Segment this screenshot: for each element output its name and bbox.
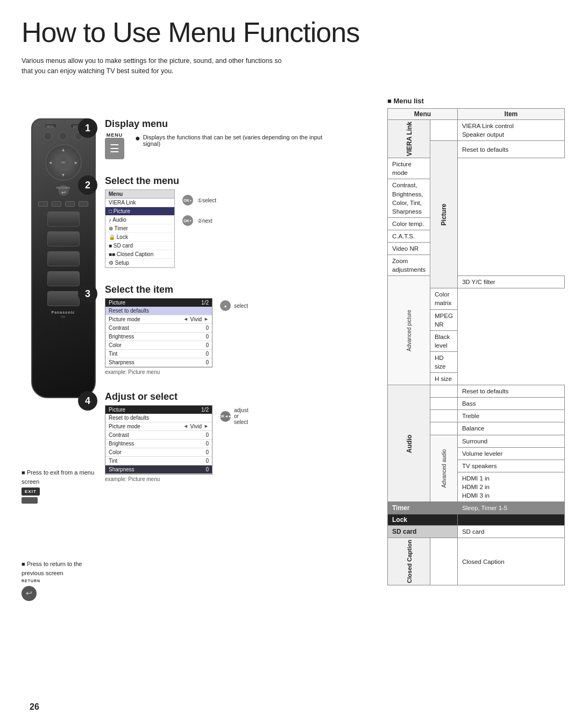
color-btn-red[interactable] xyxy=(38,201,48,207)
step-4-number: 4 xyxy=(78,391,97,411)
picture-header-step4: Picture xyxy=(109,407,125,413)
viera-sub-empty xyxy=(430,120,458,141)
table-row: Closed Caption Closed Caption xyxy=(388,538,565,585)
picture-page-step3: 1/2 xyxy=(201,300,209,306)
menu-col-header: Menu xyxy=(388,109,458,120)
step-3-title: Select the item xyxy=(105,284,331,295)
step-3-number: 3 xyxy=(78,284,97,303)
picture-page-step4: 1/2 xyxy=(201,407,209,413)
lock-category: Lock xyxy=(388,514,458,526)
table-row: Advanced picture 3D Y/C filter xyxy=(388,276,565,288)
timer-item: Sleep, Timer 1-5 xyxy=(457,502,564,514)
adv-audio-item-3: TV speakers xyxy=(457,460,564,472)
return-label: RETURN xyxy=(22,578,105,584)
lock-item xyxy=(457,514,564,526)
picture-item-zoom: Zoom adjustments xyxy=(388,255,430,276)
adv-pic-item-4: Black level xyxy=(430,330,458,351)
press-return-text: Press to return to the previous screen xyxy=(22,561,82,576)
picture-item-mode: Picture mode xyxy=(388,158,430,179)
menu-btn[interactable]: MENU xyxy=(45,124,56,128)
advanced-picture-sub: Advanced picture xyxy=(388,276,430,385)
cc-category: Closed Caption xyxy=(388,538,430,585)
table-row: VIERA Link VIERA Link controlSpeaker out… xyxy=(388,120,565,141)
audio-item-treble: Treble xyxy=(457,410,564,422)
page-number: 26 xyxy=(30,702,39,712)
audio-sub-empty4 xyxy=(430,422,458,435)
audio-item-bass: Bass xyxy=(457,398,564,410)
advanced-audio-sub: Advanced audio xyxy=(430,435,458,502)
return-button[interactable]: RETURN ↩ xyxy=(58,185,69,196)
step-1: 1 Display menu MENU ☰ ● Displays the fun… xyxy=(105,118,331,159)
step4-or-label: or xyxy=(234,413,249,419)
ok-icon-step3: ▲ xyxy=(220,300,231,311)
remote-control: MENU EXIT OK ▲ ▼ ◄ ► RETURN ↩ xyxy=(22,118,105,398)
menu-list-title: Menu list xyxy=(387,97,565,105)
step-4: 4 Adjust or select Picture 1/2 Reset to … xyxy=(105,391,331,482)
step-2-title: Select the menu xyxy=(105,175,331,187)
table-row: SD card SD card xyxy=(388,526,565,538)
audio-item-balance: Balance xyxy=(457,422,564,435)
ok-icon-step2-next: OK▼ xyxy=(182,215,193,226)
adv-audio-item-1: Surround xyxy=(457,435,564,447)
picture-item-reset: Reset to defaults xyxy=(457,141,564,158)
press-exit-bullet: ■ xyxy=(22,469,27,476)
color-btn-green[interactable] xyxy=(52,201,61,207)
picture-item-videonr: Video NR xyxy=(388,242,430,255)
exit-label: EXIT xyxy=(22,487,40,496)
table-row: Zoom adjustments xyxy=(388,255,565,276)
audio-sub-empty xyxy=(430,385,458,398)
picture-item-cats: C.A.T.S. xyxy=(388,230,430,242)
large-btn-2[interactable] xyxy=(47,231,80,246)
ok-icon-step4: OK◄► xyxy=(220,411,231,422)
step4-adjust-label: adjust xyxy=(234,407,249,413)
ok-icon-step2-select: OK▲ xyxy=(182,195,193,206)
large-btn-4[interactable] xyxy=(47,271,80,286)
page: How to Use Menu Functions Various menus … xyxy=(0,0,581,728)
large-btn-3[interactable] xyxy=(47,251,80,266)
intro-text: Various menus allow you to make settings… xyxy=(22,56,290,76)
step-2-number: 2 xyxy=(78,175,97,195)
menu-list-section: Menu list Menu Item VIERA Link VIERA Lin… xyxy=(387,97,565,585)
menu-label: MENU xyxy=(107,132,123,138)
cc-item: Closed Caption xyxy=(457,538,564,585)
menu-table: Menu Item VIERA Link VIERA Link controlS… xyxy=(387,108,565,585)
adv-pic-item-3: MPEG NR xyxy=(430,309,458,330)
step-1-desc: Displays the functions that can be set (… xyxy=(143,134,331,147)
item-col-header: Item xyxy=(457,109,564,120)
press-exit-text: Press to exit from a menu screen xyxy=(22,469,94,485)
audio-item-reset: Reset to defaults xyxy=(457,385,564,398)
audio-sub-empty2 xyxy=(430,398,458,410)
cc-sub-empty xyxy=(430,538,458,585)
color-btn-blue[interactable] xyxy=(79,201,88,207)
step-3: 3 Select the item Picture 1/2 Reset to d… xyxy=(105,284,331,375)
picture-item-adjust: Contrast, Brightness,Color, Tint, Sharpn… xyxy=(388,179,430,217)
step3-example: example: Picture menu xyxy=(105,369,212,375)
adv-pic-item-5: HD size xyxy=(430,351,458,372)
step-1-number: 1 xyxy=(78,118,97,138)
viera-item-1: VIERA Link controlSpeaker output xyxy=(457,120,564,141)
large-btn-5[interactable] xyxy=(47,291,80,306)
adv-pic-item-2: Color matrix xyxy=(430,288,458,309)
steps-area: 1 Display menu MENU ☰ ● Displays the fun… xyxy=(105,118,331,494)
table-row: Video NR xyxy=(388,242,565,255)
press-return-section: ■ Press to return to the previous screen… xyxy=(22,560,105,601)
table-row: Contrast, Brightness,Color, Tint, Sharpn… xyxy=(388,179,565,217)
adv-audio-item-4: HDMI 1 inHDMI 2 inHDMI 3 in xyxy=(457,472,564,501)
page-title: How to Use Menu Functions xyxy=(22,16,559,48)
table-row: Timer Sleep, Timer 1-5 xyxy=(388,502,565,514)
menu-box-step2: Menu VIERA Link □ Picture ♪ Audio ⊕ Time… xyxy=(105,189,175,268)
press-return-bullet: ■ xyxy=(22,561,27,567)
step3-select-label: select xyxy=(234,303,248,309)
step-2: 2 Select the menu Menu VIERA Link □ Pict… xyxy=(105,175,331,268)
picture-table-step3: Picture 1/2 Reset to defaults Picture mo… xyxy=(105,298,212,367)
ok-button[interactable]: OK xyxy=(58,157,69,168)
picture-table-step4: Picture 1/2 Reset to defaults Picture mo… xyxy=(105,405,212,475)
color-btn-yellow[interactable] xyxy=(65,201,75,207)
picture-item-colortemp: Color temp. xyxy=(388,217,430,230)
viera-category: VIERA Link xyxy=(388,120,430,158)
audio-sub-empty3 xyxy=(430,410,458,422)
large-btn-1[interactable] xyxy=(47,211,80,227)
adv-audio-item-2: Volume leveler xyxy=(457,447,564,460)
picture-category-cell: Picture xyxy=(430,141,458,288)
step4-select-label: select xyxy=(234,419,249,425)
